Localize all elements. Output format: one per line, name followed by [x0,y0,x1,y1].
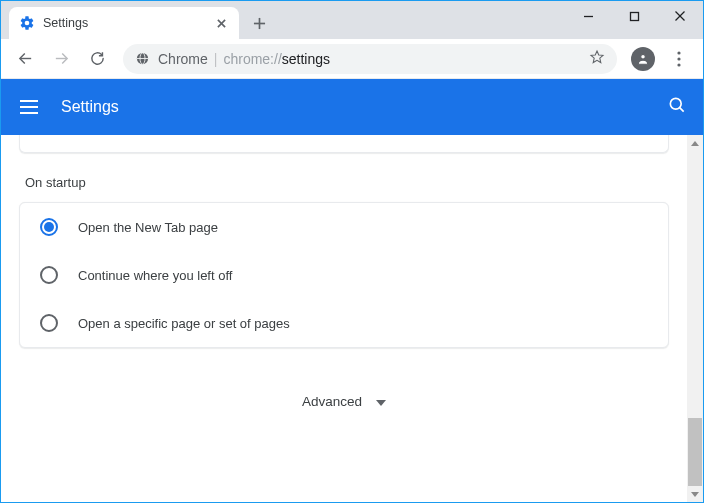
startup-option-specific-pages[interactable]: Open a specific page or set of pages [20,299,668,347]
startup-option-new-tab[interactable]: Open the New Tab page [20,203,668,251]
back-button[interactable] [9,43,41,75]
startup-options-card: Open the New Tab page Continue where you… [19,202,669,348]
svg-marker-23 [376,400,386,406]
tab-title: Settings [43,16,213,30]
chevron-down-icon [376,394,386,409]
svg-marker-24 [691,141,699,146]
settings-content: On startup Open the New Tab page Continu… [1,135,687,502]
search-icon[interactable] [667,95,687,119]
forward-button[interactable] [45,43,77,75]
url-path: settings [282,51,330,67]
previous-card-bottom [19,135,669,153]
maximize-button[interactable] [611,1,657,31]
url-divider: | [214,51,218,67]
window-titlebar: Settings [1,1,703,39]
advanced-toggle[interactable]: Advanced [1,394,687,409]
svg-point-17 [677,63,680,66]
radio-label: Open the New Tab page [78,220,218,235]
minimize-button[interactable] [565,1,611,31]
scrollbar-track[interactable] [687,151,703,486]
gear-icon [19,15,35,31]
new-tab-button[interactable] [245,9,273,37]
browser-toolbar: Chrome | chrome://settings [1,39,703,79]
close-window-button[interactable] [657,1,703,31]
close-tab-button[interactable] [213,15,229,31]
radio-icon [40,218,58,236]
radio-label: Open a specific page or set of pages [78,316,290,331]
svg-point-15 [677,51,680,54]
svg-marker-13 [591,51,603,63]
svg-point-14 [641,54,646,59]
profile-avatar[interactable] [627,43,659,75]
scroll-up-arrow[interactable] [687,135,703,151]
vertical-scrollbar[interactable] [687,135,703,502]
radio-label: Continue where you left off [78,268,232,283]
svg-marker-25 [691,492,699,497]
svg-rect-5 [630,12,638,20]
advanced-label: Advanced [302,394,362,409]
page-title: Settings [61,98,119,116]
url-origin: Chrome [158,51,208,67]
window-controls [565,1,703,31]
scroll-down-arrow[interactable] [687,486,703,502]
settings-header: Settings [1,79,703,135]
address-bar[interactable]: Chrome | chrome://settings [123,44,617,74]
svg-point-21 [670,98,681,109]
scrollbar-thumb[interactable] [688,418,702,486]
url-scheme: chrome:// [223,51,281,67]
svg-line-22 [680,108,684,112]
radio-icon [40,266,58,284]
section-heading: On startup [25,175,687,190]
site-info-icon[interactable] [135,51,150,66]
svg-point-16 [677,57,680,60]
reload-button[interactable] [81,43,113,75]
menu-icon[interactable] [17,95,41,119]
browser-tab[interactable]: Settings [9,7,239,39]
startup-option-continue[interactable]: Continue where you left off [20,251,668,299]
radio-icon [40,314,58,332]
bookmark-star-icon[interactable] [589,49,605,68]
browser-menu-button[interactable] [663,43,695,75]
